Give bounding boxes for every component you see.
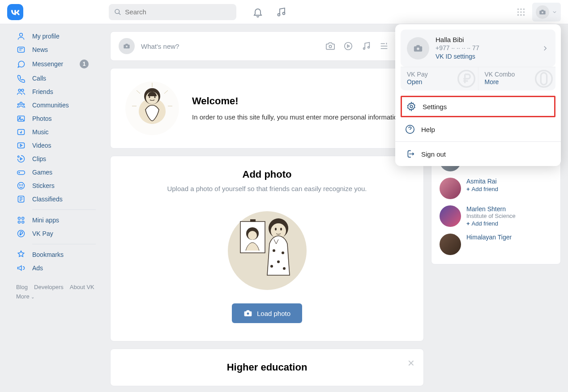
profile-phone: +977 ·· ·· ·· ·· 77 — [436, 44, 479, 51]
footer-more[interactable]: More ⌄ — [16, 293, 34, 300]
person-row: Asmita Rai + Add friend — [440, 178, 552, 199]
vkcombo-block[interactable]: VK Combo More — [478, 67, 556, 90]
video-icon[interactable] — [343, 41, 353, 51]
welcome-text: In order to use this site fully, you mus… — [192, 112, 403, 122]
search-input[interactable] — [109, 4, 236, 20]
person-avatar[interactable] — [440, 178, 461, 199]
sidebar-item-messenger[interactable]: Messenger1 — [0, 56, 103, 72]
person-avatar[interactable] — [440, 234, 461, 255]
audio-icon[interactable] — [361, 41, 371, 51]
sidebar-item-videos[interactable]: Videos — [0, 139, 103, 152]
svg-point-36 — [22, 217, 24, 219]
sidebar-item-bookmarks[interactable]: Bookmarks — [0, 248, 103, 261]
menu-signout[interactable]: Sign out — [395, 144, 561, 166]
person-avatar[interactable] — [440, 205, 461, 227]
add-photo-title: Add photo — [128, 169, 406, 180]
sidebar-item-stickers[interactable]: Stickers — [0, 179, 103, 192]
svg-point-21 — [21, 89, 24, 91]
profile-summary[interactable]: Halla Bibi +977 ·· ·· ·· ·· 77 VK ID set… — [401, 30, 555, 67]
vk-logo[interactable] — [7, 4, 23, 20]
games-icon — [16, 167, 26, 177]
svg-point-6 — [517, 11, 519, 13]
svg-point-44 — [368, 47, 370, 48]
svg-point-18 — [20, 33, 23, 36]
person-name[interactable]: Himalayan Tiger — [466, 234, 512, 241]
svg-rect-27 — [18, 129, 25, 135]
vkpay-block[interactable]: VK Pay Open — [401, 67, 478, 90]
sidebar-item-music[interactable]: Music — [0, 125, 103, 139]
svg-point-33 — [22, 185, 23, 186]
messenger-icon — [16, 59, 26, 69]
camera-icon[interactable] — [325, 41, 335, 51]
signout-icon — [405, 149, 415, 159]
svg-point-11 — [523, 14, 525, 16]
communities-icon — [16, 100, 26, 110]
svg-point-10 — [520, 14, 522, 16]
add-friend-link[interactable]: + Add friend — [466, 186, 498, 192]
close-icon[interactable]: × — [408, 356, 414, 370]
footer-blog[interactable]: Blog — [16, 284, 28, 290]
camera-white-icon — [243, 309, 252, 318]
sidebar-item-ads[interactable]: Ads — [0, 261, 103, 275]
svg-point-29 — [18, 156, 19, 157]
sidebar-item-vkpay[interactable]: VK Pay — [0, 227, 103, 240]
svg-point-55 — [228, 211, 307, 290]
svg-point-35 — [18, 217, 20, 219]
svg-point-48 — [149, 96, 150, 98]
sidebar-item-profile[interactable]: My profile — [0, 30, 103, 43]
svg-point-42 — [345, 43, 352, 50]
ads-icon — [16, 263, 26, 273]
person-row: Himalayan Tiger — [440, 234, 552, 255]
sidebar-item-calls[interactable]: Calls — [0, 72, 103, 85]
svg-point-64 — [273, 249, 275, 252]
add-photo-card: Add photo Upload a photo of yourself so … — [110, 156, 424, 341]
sidebar-item-news[interactable]: News — [0, 43, 103, 56]
article-icon[interactable] — [379, 41, 389, 51]
svg-point-13 — [417, 47, 419, 50]
profile-menu-button[interactable] — [532, 3, 561, 21]
bell-icon[interactable] — [252, 7, 263, 17]
person-sub: Institute of Science — [466, 213, 516, 219]
welcome-card: Welcome! In order to use this site fully… — [110, 68, 424, 149]
sidebar-item-classifieds[interactable]: Classifieds — [0, 192, 103, 206]
music-nav-icon — [16, 127, 26, 137]
person-name[interactable]: Asmita Rai — [466, 178, 498, 185]
profile-dropdown: Halla Bibi +977 ·· ·· ·· ·· 77 VK ID set… — [395, 24, 561, 166]
photos-icon — [16, 114, 26, 124]
music-icon[interactable] — [276, 7, 286, 17]
footer-about[interactable]: About VK — [70, 284, 94, 290]
sidebar-item-miniapps[interactable]: Mini apps — [0, 213, 103, 227]
svg-point-32 — [20, 185, 21, 186]
sidebar-item-clips[interactable]: Clips — [0, 152, 103, 166]
svg-point-23 — [18, 104, 19, 105]
higher-ed-title: Higher education — [123, 362, 411, 373]
sidebar-item-games[interactable]: Games — [0, 166, 103, 179]
compose-placeholder[interactable]: What's new? — [141, 43, 319, 50]
stickers-icon — [16, 181, 26, 191]
sidebar-item-communities[interactable]: Communities — [0, 98, 103, 112]
footer-developers[interactable]: Developers — [34, 284, 64, 290]
svg-point-4 — [520, 8, 522, 10]
menu-help[interactable]: Help — [395, 119, 561, 140]
vkpay-icon — [16, 229, 26, 239]
svg-point-67 — [270, 265, 273, 268]
svg-point-39 — [18, 230, 25, 237]
add-friend-link[interactable]: + Add friend — [466, 220, 498, 227]
svg-point-2 — [283, 12, 285, 14]
person-row: Marlen Shtern Institute of Science + Add… — [440, 205, 552, 227]
sidebar-item-photos[interactable]: Photos — [0, 112, 103, 125]
menu-settings[interactable]: Settings — [402, 97, 554, 116]
person-name[interactable]: Marlen Shtern — [466, 205, 516, 213]
sidebar-item-friends[interactable]: Friends — [0, 85, 103, 98]
miniapps-icon — [16, 215, 26, 225]
load-photo-button[interactable]: Load photo — [232, 303, 302, 323]
combo-icon — [535, 70, 553, 88]
svg-point-22 — [20, 102, 22, 104]
calls-icon — [16, 73, 26, 83]
profile-icon — [16, 31, 26, 41]
compose-box[interactable]: What's new? — [110, 31, 424, 61]
grid-icon[interactable] — [516, 7, 526, 17]
svg-point-63 — [280, 228, 282, 230]
classifieds-icon — [16, 194, 26, 204]
vkid-settings-link[interactable]: VK ID settings — [436, 53, 475, 60]
